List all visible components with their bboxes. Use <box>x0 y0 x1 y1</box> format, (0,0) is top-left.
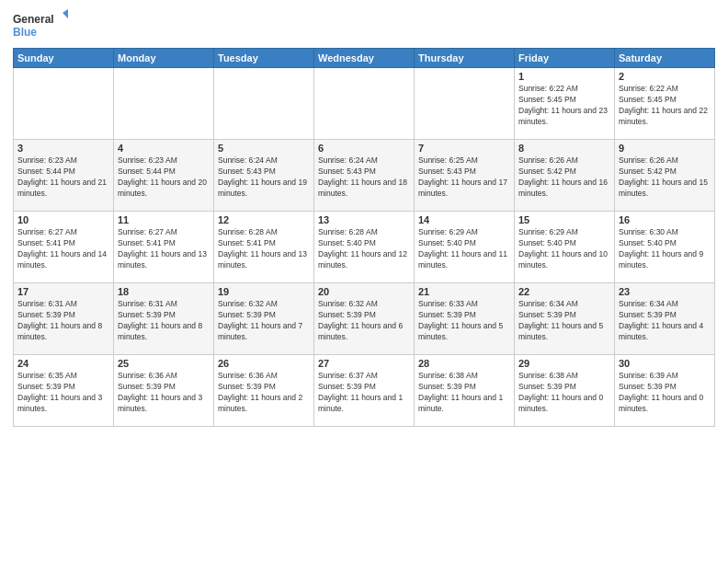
calendar-cell: 23Sunrise: 6:34 AM Sunset: 5:39 PM Dayli… <box>615 283 715 355</box>
svg-text:General: General <box>13 13 54 26</box>
calendar-cell <box>114 68 214 140</box>
calendar-cell: 9Sunrise: 6:26 AM Sunset: 5:42 PM Daylig… <box>615 140 715 212</box>
weekday-header-row: SundayMondayTuesdayWednesdayThursdayFrid… <box>14 49 715 68</box>
weekday-header-wednesday: Wednesday <box>314 49 415 68</box>
day-number: 20 <box>318 286 410 297</box>
day-info: Sunrise: 6:22 AM Sunset: 5:45 PM Dayligh… <box>518 84 610 128</box>
day-info: Sunrise: 6:32 AM Sunset: 5:39 PM Dayligh… <box>218 299 310 343</box>
calendar-cell: 12Sunrise: 6:28 AM Sunset: 5:41 PM Dayli… <box>214 212 314 283</box>
day-info: Sunrise: 6:26 AM Sunset: 5:42 PM Dayligh… <box>619 155 711 200</box>
week-row-3: 10Sunrise: 6:27 AM Sunset: 5:41 PM Dayli… <box>14 212 715 283</box>
day-number: 9 <box>619 143 711 154</box>
day-number: 29 <box>518 358 610 369</box>
calendar-cell: 6Sunrise: 6:24 AM Sunset: 5:43 PM Daylig… <box>314 140 415 212</box>
calendar-cell: 20Sunrise: 6:32 AM Sunset: 5:39 PM Dayli… <box>314 283 415 355</box>
weekday-header-thursday: Thursday <box>415 49 515 68</box>
day-info: Sunrise: 6:29 AM Sunset: 5:40 PM Dayligh… <box>518 227 610 271</box>
day-info: Sunrise: 6:30 AM Sunset: 5:40 PM Dayligh… <box>619 227 711 271</box>
day-number: 3 <box>17 143 109 154</box>
svg-marker-2 <box>63 9 68 18</box>
calendar-cell: 2Sunrise: 6:22 AM Sunset: 5:45 PM Daylig… <box>615 68 715 140</box>
day-number: 24 <box>17 358 109 369</box>
svg-text:Blue: Blue <box>13 26 37 39</box>
day-number: 12 <box>218 214 310 225</box>
logo: General Blue <box>13 9 68 42</box>
calendar-cell: 21Sunrise: 6:33 AM Sunset: 5:39 PM Dayli… <box>415 283 515 355</box>
day-info: Sunrise: 6:31 AM Sunset: 5:39 PM Dayligh… <box>17 299 109 343</box>
day-info: Sunrise: 6:37 AM Sunset: 5:39 PM Dayligh… <box>318 371 410 415</box>
day-number: 2 <box>619 71 711 82</box>
day-number: 16 <box>619 214 711 225</box>
calendar-cell: 26Sunrise: 6:36 AM Sunset: 5:39 PM Dayli… <box>214 355 314 427</box>
week-row-2: 3Sunrise: 6:23 AM Sunset: 5:44 PM Daylig… <box>14 140 715 212</box>
calendar-cell: 13Sunrise: 6:28 AM Sunset: 5:40 PM Dayli… <box>314 212 415 283</box>
day-info: Sunrise: 6:33 AM Sunset: 5:39 PM Dayligh… <box>418 299 510 343</box>
calendar-cell: 4Sunrise: 6:23 AM Sunset: 5:44 PM Daylig… <box>114 140 214 212</box>
calendar-cell: 14Sunrise: 6:29 AM Sunset: 5:40 PM Dayli… <box>415 212 515 283</box>
header: General Blue <box>13 9 715 42</box>
day-number: 27 <box>318 358 410 369</box>
day-number: 26 <box>218 358 310 369</box>
day-info: Sunrise: 6:28 AM Sunset: 5:40 PM Dayligh… <box>318 227 410 271</box>
day-info: Sunrise: 6:27 AM Sunset: 5:41 PM Dayligh… <box>118 227 210 271</box>
day-number: 13 <box>318 214 410 225</box>
day-info: Sunrise: 6:38 AM Sunset: 5:39 PM Dayligh… <box>418 371 510 415</box>
calendar-cell <box>14 68 114 140</box>
day-info: Sunrise: 6:38 AM Sunset: 5:39 PM Dayligh… <box>518 371 610 415</box>
day-info: Sunrise: 6:23 AM Sunset: 5:44 PM Dayligh… <box>17 155 109 200</box>
day-info: Sunrise: 6:24 AM Sunset: 5:43 PM Dayligh… <box>218 155 310 200</box>
calendar-cell: 18Sunrise: 6:31 AM Sunset: 5:39 PM Dayli… <box>114 283 214 355</box>
day-number: 5 <box>218 143 310 154</box>
day-number: 25 <box>118 358 210 369</box>
day-info: Sunrise: 6:36 AM Sunset: 5:39 PM Dayligh… <box>218 371 310 415</box>
day-number: 21 <box>418 286 510 297</box>
week-row-5: 24Sunrise: 6:35 AM Sunset: 5:39 PM Dayli… <box>14 355 715 427</box>
day-info: Sunrise: 6:35 AM Sunset: 5:39 PM Dayligh… <box>17 371 109 415</box>
day-number: 11 <box>118 214 210 225</box>
logo-svg: General Blue <box>13 9 68 42</box>
day-info: Sunrise: 6:39 AM Sunset: 5:39 PM Dayligh… <box>619 371 711 415</box>
day-info: Sunrise: 6:27 AM Sunset: 5:41 PM Dayligh… <box>17 227 109 271</box>
calendar-cell: 24Sunrise: 6:35 AM Sunset: 5:39 PM Dayli… <box>14 355 114 427</box>
calendar-cell <box>415 68 515 140</box>
calendar-table: SundayMondayTuesdayWednesdayThursdayFrid… <box>13 48 715 427</box>
day-number: 19 <box>218 286 310 297</box>
day-info: Sunrise: 6:29 AM Sunset: 5:40 PM Dayligh… <box>418 227 510 271</box>
day-info: Sunrise: 6:34 AM Sunset: 5:39 PM Dayligh… <box>518 299 610 343</box>
calendar-cell: 25Sunrise: 6:36 AM Sunset: 5:39 PM Dayli… <box>114 355 214 427</box>
day-info: Sunrise: 6:26 AM Sunset: 5:42 PM Dayligh… <box>518 155 610 200</box>
day-number: 23 <box>619 286 711 297</box>
day-number: 18 <box>118 286 210 297</box>
weekday-header-saturday: Saturday <box>615 49 715 68</box>
weekday-header-monday: Monday <box>114 49 214 68</box>
day-info: Sunrise: 6:36 AM Sunset: 5:39 PM Dayligh… <box>118 371 210 415</box>
weekday-header-sunday: Sunday <box>14 49 114 68</box>
calendar-body: 1Sunrise: 6:22 AM Sunset: 5:45 PM Daylig… <box>14 68 715 427</box>
weekday-header-tuesday: Tuesday <box>214 49 314 68</box>
calendar-cell: 3Sunrise: 6:23 AM Sunset: 5:44 PM Daylig… <box>14 140 114 212</box>
day-info: Sunrise: 6:24 AM Sunset: 5:43 PM Dayligh… <box>318 155 410 200</box>
calendar-cell: 11Sunrise: 6:27 AM Sunset: 5:41 PM Dayli… <box>114 212 214 283</box>
day-number: 30 <box>619 358 711 369</box>
calendar-cell: 29Sunrise: 6:38 AM Sunset: 5:39 PM Dayli… <box>515 355 615 427</box>
day-number: 15 <box>518 214 610 225</box>
weekday-header-friday: Friday <box>515 49 615 68</box>
calendar-cell: 30Sunrise: 6:39 AM Sunset: 5:39 PM Dayli… <box>615 355 715 427</box>
calendar-cell: 22Sunrise: 6:34 AM Sunset: 5:39 PM Dayli… <box>515 283 615 355</box>
day-number: 7 <box>418 143 510 154</box>
day-info: Sunrise: 6:28 AM Sunset: 5:41 PM Dayligh… <box>218 227 310 271</box>
calendar-cell: 17Sunrise: 6:31 AM Sunset: 5:39 PM Dayli… <box>14 283 114 355</box>
calendar-cell: 7Sunrise: 6:25 AM Sunset: 5:43 PM Daylig… <box>415 140 515 212</box>
week-row-4: 17Sunrise: 6:31 AM Sunset: 5:39 PM Dayli… <box>14 283 715 355</box>
calendar-header: SundayMondayTuesdayWednesdayThursdayFrid… <box>14 49 715 68</box>
calendar-cell: 27Sunrise: 6:37 AM Sunset: 5:39 PM Dayli… <box>314 355 415 427</box>
day-info: Sunrise: 6:32 AM Sunset: 5:39 PM Dayligh… <box>318 299 410 343</box>
day-info: Sunrise: 6:23 AM Sunset: 5:44 PM Dayligh… <box>118 155 210 200</box>
page: General Blue SundayMondayTuesdayWednesda… <box>0 0 728 563</box>
calendar-cell: 19Sunrise: 6:32 AM Sunset: 5:39 PM Dayli… <box>214 283 314 355</box>
day-number: 1 <box>518 71 610 82</box>
day-number: 8 <box>518 143 610 154</box>
day-number: 28 <box>418 358 510 369</box>
calendar-cell: 28Sunrise: 6:38 AM Sunset: 5:39 PM Dayli… <box>415 355 515 427</box>
day-number: 14 <box>418 214 510 225</box>
